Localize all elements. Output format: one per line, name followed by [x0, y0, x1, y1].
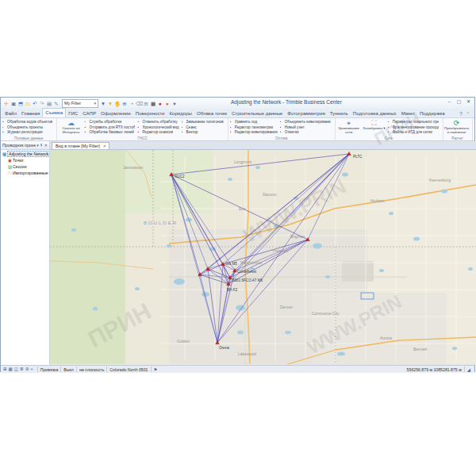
qat-icon[interactable]: ⊕ — [121, 100, 128, 107]
qat-icon[interactable]: ✋ — [114, 100, 121, 107]
tab-коридоры[interactable]: Коридоры — [167, 109, 194, 117]
ribbon-item[interactable]: ▪Файлы и ИГД для сетки — [388, 129, 439, 135]
close-button[interactable]: ✕ — [464, 98, 473, 106]
qat-icon[interactable]: ✎ — [53, 100, 60, 107]
qat-icon[interactable]: ▤ — [46, 100, 52, 107]
status-icon[interactable]: ◫ — [14, 367, 18, 372]
ribbon-item[interactable]: ▪Сеанс — [182, 125, 224, 130]
tab-макет[interactable]: Макет — [399, 109, 417, 117]
qat-icon[interactable]: ↶ — [32, 100, 38, 107]
ribbon-button[interactable]: ⛶Калибровка ▾ — [363, 119, 386, 135]
ribbon-item[interactable]: ▪Вектор — [182, 129, 224, 135]
status-bar: ⊞▦◫≣⚙⌖ Привязка Выкл на плоскость Colora… — [1, 365, 474, 373]
resize-grip-icon[interactable]: ◢ — [467, 367, 470, 372]
ribbon-item[interactable]: ▪Отменить обработку — [137, 119, 178, 125]
tab-главная[interactable]: Главная — [19, 109, 42, 117]
ribbon-item[interactable]: ▪Редактор тахеометрии — [230, 125, 278, 130]
snap-label[interactable]: Привязка — [40, 367, 59, 372]
status-icon[interactable]: ⚙ — [25, 367, 29, 372]
city-label: Dacono — [263, 192, 276, 197]
ribbon-button[interactable]: ☁Скачать из Интернета — [59, 119, 83, 135]
tab-подготовка-данных[interactable]: Подготовка данных — [351, 109, 399, 117]
status-icon[interactable]: ≣ — [20, 367, 24, 372]
qat-icon[interactable]: ◔ — [129, 100, 135, 107]
tab-поддержка[interactable]: Поддержка — [417, 109, 447, 117]
ribbon-button[interactable]: ⟳Преобразовать в наземные — [445, 119, 469, 135]
ribbon-item[interactable]: ▪Службы обработки — [84, 119, 135, 125]
tree-item-icon: ▤ — [7, 164, 13, 169]
tree-item-точки[interactable]: ◉Точки — [2, 157, 49, 163]
panel-button[interactable]: ✕ — [44, 143, 48, 148]
qat-icon[interactable]: 🗀 — [25, 100, 31, 107]
tree-item-сессии[interactable]: ▤Сессии — [2, 163, 49, 170]
qat-icon[interactable]: ▣ — [10, 100, 17, 107]
ribbon-item[interactable]: ▪Обработка базовых линий — [84, 129, 135, 135]
ribbon-item-label: Отменить обработку — [142, 120, 177, 124]
tab-оформление[interactable]: Оформление — [98, 109, 133, 117]
ribbon-item[interactable]: ▪Фрагментирование прохода — [388, 125, 439, 130]
maximize-button[interactable]: ▢ — [455, 98, 463, 106]
minimize-button[interactable]: – — [445, 98, 454, 106]
ribbon-item[interactable]: ▪Замыкание полигонов — [182, 119, 224, 125]
qat-icon[interactable]: ⬒ — [17, 100, 24, 107]
ribbon-item[interactable]: ▪Параметры локального преобразования — [388, 119, 439, 125]
qat-icon[interactable]: ● — [164, 100, 171, 107]
ribbon-item[interactable]: ▪Обработка кодов объектов — [2, 119, 52, 125]
tab-съемка[interactable]: Съемка — [42, 108, 66, 117]
tab-поверхности[interactable]: Поверхности — [133, 109, 167, 117]
tree-item-импортированные-файлы[interactable]: 🗀Импортированные файлы — [2, 170, 49, 176]
surface-mode[interactable]: на плоскость — [79, 367, 104, 372]
ribbon-item[interactable]: ▪Редактор нивелирования — [230, 129, 278, 135]
panel-button[interactable]: 🖈 — [40, 143, 44, 148]
help-icon[interactable]: ? — [458, 110, 464, 117]
qat-icon[interactable]: ▼ — [100, 100, 106, 107]
qat-icon[interactable]: ▼ — [107, 100, 113, 107]
tab-файл[interactable]: Файл — [2, 109, 19, 117]
lake — [413, 237, 420, 241]
status-icon[interactable]: ⊞ — [3, 367, 7, 372]
tab-облака-точек[interactable]: Облака точек — [194, 109, 229, 117]
ribbon-item[interactable]: ▪Хронологический вид — [137, 125, 178, 130]
status-icon[interactable]: ⌖ — [31, 367, 33, 372]
title-bar: ✛▣⬒🗀↶↷▤✎ My Filter ▾ ▼▼✋⊕◔⌫⊞▦●●▾ Adjusti… — [1, 98, 474, 109]
city-label: Bennett — [413, 347, 428, 351]
terrain-patch — [342, 261, 374, 282]
map-canvas[interactable]: PLTCNUC2Gst M5CurtisReset6061 6FCO A7 M6… — [50, 150, 476, 365]
snap-value[interactable]: Выкл — [63, 367, 74, 372]
tab-строительные-данные[interactable]: Строительные данные — [229, 109, 285, 117]
station-label: NUC2 — [175, 175, 185, 178]
ribbon-item[interactable]: ▪Объединить проекты — [2, 125, 52, 130]
ribbon-item[interactable]: ▪Отправить для RTX постобр. — [84, 125, 135, 130]
ribbon-item[interactable]: ▪Объединить нивелирование — [280, 119, 331, 125]
ribbon-item-label: Новый узел — [285, 125, 305, 129]
filter-dropdown[interactable]: My Filter ▾ — [62, 99, 98, 108]
ribbon-button[interactable]: ⌖Уравнивание сети — [337, 119, 361, 135]
ribbon-item[interactable]: ▪Редактор сеансов — [137, 129, 178, 135]
ribbon-item[interactable]: ▪Отметки — [280, 129, 331, 135]
panel-button[interactable]: ▾ — [36, 143, 39, 148]
qat-icon[interactable]: ● — [157, 100, 163, 107]
tab-фотограмметрия[interactable]: Фотограмметрия — [285, 109, 327, 117]
city-label: Denver — [280, 305, 293, 309]
qat-icon[interactable]: ✛ — [3, 100, 10, 107]
help-icon[interactable]: ⌃ — [465, 110, 471, 117]
lake — [342, 173, 348, 177]
qat-icon[interactable]: ▾ — [171, 100, 178, 107]
plan-view-tab[interactable]: Вид в плане [My Filter] ✕ — [52, 142, 109, 149]
ribbon-item[interactable]: ▪Уравнять ход — [230, 119, 278, 125]
ribbon-group-Оптика: ▪Уравнять ход▪Редактор тахеометрии▪Редак… — [228, 118, 336, 140]
tree-item-root[interactable]: ▦Adjusting the Network — [2, 151, 49, 157]
qat-icon[interactable]: ↷ — [39, 100, 45, 107]
tab-сапр[interactable]: САПР — [80, 109, 98, 117]
qat-icon[interactable]: ▦ — [150, 100, 156, 107]
tab-гис[interactable]: ГИС — [66, 109, 80, 117]
map-view[interactable]: PLTCNUC2Gst M5CurtisReset6061 6FCO A7 M6… — [50, 150, 476, 365]
qat-icon[interactable]: ⌫ — [136, 100, 142, 107]
qat-icon[interactable]: ⊞ — [143, 100, 149, 107]
ribbon-item[interactable]: ▪Журнал регистрации — [2, 129, 52, 135]
coordinate-system[interactable]: Colorado North 0501 — [109, 367, 148, 372]
close-view-icon[interactable]: ✕ — [103, 144, 106, 148]
ribbon-item[interactable]: ▪Новый узел — [280, 125, 331, 130]
tab-туннель[interactable]: Туннель — [328, 109, 351, 117]
status-icon[interactable]: ▦ — [9, 367, 13, 372]
